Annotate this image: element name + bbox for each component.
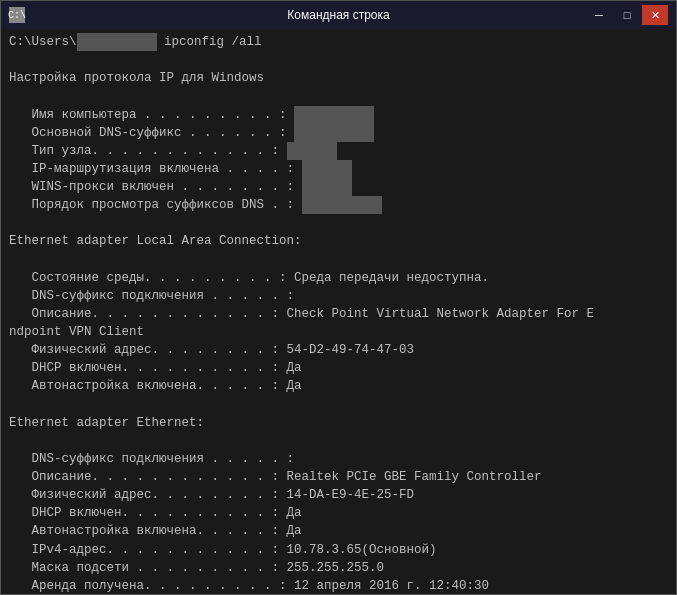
redacted-dns-order [302,196,382,214]
title-bar-buttons: ─ □ ✕ [586,5,668,25]
blank-line-6 [9,432,668,450]
redacted-wins [302,178,352,196]
dns-order-line: Порядок просмотра суффиксов DNS . : [9,196,668,214]
phys-local-line: Физический адрес. . . . . . . . : 54-D2-… [9,341,668,359]
lease-obtained-line: Аренда получена. . . . . . . . . : 12 ап… [9,577,668,594]
redacted-ip-routing [302,160,352,178]
title-bar: C:\ Командная строка ─ □ ✕ [1,1,676,29]
blank-line-2 [9,87,668,105]
close-button[interactable]: ✕ [642,5,668,25]
auto-local-line: Автонастройка включена. . . . . : Да [9,377,668,395]
window-title: Командная строка [287,8,389,22]
computer-name-line: Имя компьютера . . . . . . . . . : [9,106,668,124]
blank-line-1 [9,51,668,69]
ethernet-local-header: Ethernet adapter Local Area Connection: [9,232,668,250]
cmd-icon: C:\ [9,7,25,23]
ip-routing-line: IP-маршрутизация включена . . . . : [9,160,668,178]
ip-config-header: Настройка протокола IP для Windows [9,69,668,87]
wins-line: WINS-прокси включен . . . . . . . : [9,178,668,196]
conn-state-line: Состояние среды. . . . . . . . . : Среда… [9,269,668,287]
title-bar-left: C:\ [9,7,31,23]
subnet-line: Маска подсети . . . . . . . . . : 255.25… [9,559,668,577]
blank-line-4 [9,251,668,269]
desc-local-line: Описание. . . . . . . . . . . . : Check … [9,305,668,323]
desc-local-cont-line: ndpoint VPN Client [9,323,668,341]
phys-eth-line: Физический адрес. . . . . . . . : 14-DA-… [9,486,668,504]
node-type-line: Тип узла. . . . . . . . . . . . : [9,142,668,160]
dhcp-eth-line: DHCP включен. . . . . . . . . . : Да [9,504,668,522]
minimize-button[interactable]: ─ [586,5,612,25]
terminal-output[interactable]: C:\Users\ ipconfig /all Настройка проток… [1,29,676,594]
redacted-username-1 [77,33,157,51]
maximize-button[interactable]: □ [614,5,640,25]
desc-eth-line: Описание. . . . . . . . . . . . : Realte… [9,468,668,486]
prompt-text: C:\Users\ [9,35,77,49]
dns-conn-local-line: DNS-суффикс подключения . . . . . : [9,287,668,305]
ethernet-eth-header: Ethernet adapter Ethernet: [9,414,668,432]
redacted-computername [294,106,374,124]
auto-eth-line: Автонастройка включена. . . . . : Да [9,522,668,540]
command-text: ipconfig /all [157,35,262,49]
dhcp-local-line: DHCP включен. . . . . . . . . . : Да [9,359,668,377]
ipv4-line: IPv4-адрес. . . . . . . . . . . : 10.78.… [9,541,668,559]
dns-suffix-line: Основной DNS-суффикс . . . . . . : [9,124,668,142]
cmd-window: C:\ Командная строка ─ □ ✕ C:\Users\ ipc… [0,0,677,595]
blank-line-3 [9,214,668,232]
redacted-node-type [287,142,337,160]
dns-eth-line: DNS-суффикс подключения . . . . . : [9,450,668,468]
redacted-dns-suffix [294,124,374,142]
prompt-line-1: C:\Users\ ipconfig /all [9,33,668,51]
blank-line-5 [9,396,668,414]
